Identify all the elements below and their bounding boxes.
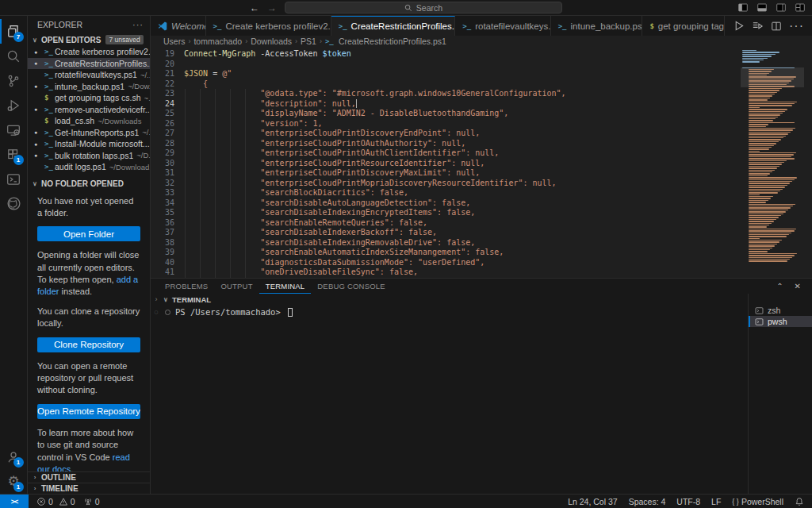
language-mode-status[interactable]: { }PowerShell <box>732 497 783 506</box>
run-below-icon[interactable] <box>752 20 764 32</box>
editor-more-actions-icon[interactable]: ··· <box>789 19 804 33</box>
github-icon <box>6 196 21 211</box>
minimap-line <box>749 200 768 201</box>
editor-tab[interactable]: $get grouping tags c <box>642 16 725 36</box>
panel-tab-output[interactable]: OUTPUT <box>214 279 259 294</box>
minimap-slider[interactable] <box>741 67 804 87</box>
open-editor-item[interactable]: ●$load_cs.sh~/Downloads <box>28 115 150 127</box>
toggle-secondary-sidebar-icon[interactable] <box>776 2 787 13</box>
accounts-button[interactable]: 1 <box>0 444 28 469</box>
open-editor-item[interactable]: ●>_Create kerberos profilev2... <box>28 46 150 58</box>
ports-status[interactable]: 0 <box>83 497 100 506</box>
code-line: 33 "searchBlockDiacritics": false, <box>151 188 741 198</box>
editor-tab[interactable]: >_intune_backup.ps1● <box>551 16 643 36</box>
terminal-view[interactable]: ∨ TERMINAL PS /Users/tommachado> <box>162 294 748 494</box>
remote-indicator[interactable]: >< <box>0 495 29 508</box>
line-number: 26 <box>151 119 174 129</box>
indentation-status[interactable]: Spaces: 4 <box>629 497 666 506</box>
open-editors-header[interactable]: ∨ OPEN EDITORS 7 unsaved <box>28 33 150 46</box>
timeline-section[interactable]: › TIMELINE <box>28 483 150 494</box>
notifications-bell[interactable] <box>795 497 804 506</box>
close-panel-icon[interactable]: ✕ <box>795 282 801 291</box>
open-editor-item[interactable]: ●>_CreateRestrictionProfiles.... <box>28 58 150 70</box>
code-text: "diagnosticsDataSubmissionMode": "userDe… <box>174 258 485 268</box>
minimap-line <box>749 198 771 198</box>
open-folder-button[interactable]: Open Folder <box>37 226 140 241</box>
no-folder-header[interactable]: ∨ NO FOLDER OPENED <box>28 178 150 190</box>
open-editor-item[interactable]: ●>_rotatefilevaultkeys.ps1~/... <box>28 69 150 81</box>
minimap-line <box>749 187 785 187</box>
source-control-activity-button[interactable] <box>0 68 28 93</box>
encoding-status[interactable]: UTF-8 <box>676 497 700 506</box>
minimap-line <box>749 118 776 119</box>
terminal-activity-button[interactable] <box>0 167 28 191</box>
minimap-line <box>749 204 795 205</box>
editor-tab[interactable]: >_rotatefilevaultkeys.ps1 <box>455 16 550 36</box>
minimap-line <box>749 190 780 191</box>
line-number: 20 <box>151 60 174 70</box>
github-activity-button[interactable] <box>0 191 28 216</box>
history-forward-icon[interactable]: → <box>267 2 277 13</box>
minimap-line <box>749 259 790 260</box>
settings-button[interactable]: ⚙ 1 <box>0 469 28 494</box>
minimap-line <box>749 207 791 208</box>
customize-layout-icon[interactable] <box>795 2 806 13</box>
minimap-line <box>749 175 768 176</box>
panel-tab-terminal[interactable]: TERMINAL <box>259 279 312 294</box>
command-center-search[interactable]: Search <box>285 2 562 13</box>
editor-tab[interactable]: >_CreateRestrictionProfiles.ps1● <box>331 16 456 36</box>
panel-tab-debug-console[interactable]: DEBUG CONSOLE <box>311 279 391 294</box>
minimap-line <box>749 171 772 172</box>
run-debug-activity-button[interactable] <box>0 93 28 117</box>
open-editor-item[interactable]: ●>_bulk rotation laps.ps1~/D... <box>28 150 150 162</box>
open-remote-repository-button[interactable]: Open Remote Repository <box>37 404 140 419</box>
shell-file-icon: $ <box>44 94 55 102</box>
run-file-icon[interactable] <box>733 20 745 32</box>
toggle-panel-icon[interactable] <box>756 2 768 13</box>
open-editor-name: Create kerberos profilev2... <box>55 47 150 56</box>
remote-explorer-activity-button[interactable] <box>0 117 28 142</box>
history-back-icon[interactable]: ← <box>250 2 259 13</box>
minimap[interactable] <box>741 47 804 278</box>
maximize-panel-icon[interactable]: ⌃ <box>776 282 783 291</box>
terminal-instance-item[interactable]: zsh <box>749 305 812 316</box>
breadcrumb[interactable]: Users›tommachado›Downloads›PS1›>_CreateR… <box>151 36 812 47</box>
code-text: "enterpriseCloudPrintDiscoveryEndPoint":… <box>174 129 480 139</box>
breadcrumb-item[interactable]: tommachado <box>193 37 242 46</box>
open-editor-item[interactable]: ●$get grouping tags cs.sh~... <box>28 92 150 104</box>
open-editor-item[interactable]: ●>_audit logs.ps1~/Download... <box>28 161 150 173</box>
explorer-activity-button[interactable]: 7 <box>0 19 28 44</box>
terminal-collapse-icon[interactable]: › <box>155 295 158 303</box>
editor-tab[interactable]: >_Create kerberos profilev2.ps1● <box>206 16 331 36</box>
code-editor[interactable]: 19Connect-MgGraph -AccessToken $token202… <box>151 47 812 278</box>
line-number: 37 <box>151 228 174 238</box>
terminal-instance-item[interactable]: pwsh <box>749 316 812 327</box>
minimap-line <box>742 54 776 55</box>
search-activity-button[interactable] <box>0 44 28 68</box>
eol-status[interactable]: LF <box>711 497 721 506</box>
minimap-line <box>749 257 792 258</box>
editor-scrollbar[interactable] <box>804 47 812 278</box>
open-editor-item[interactable]: ●>_intune_backup.ps1~/Dow... <box>28 81 150 93</box>
breadcrumb-file[interactable]: CreateRestrictionProfiles.ps1 <box>339 37 446 46</box>
editor-tab[interactable]: Welcome <box>151 16 206 36</box>
breadcrumb-item[interactable]: Downloads <box>251 37 292 46</box>
open-editor-item[interactable]: ●>_Get-IntuneReports.ps1~/... <box>28 127 150 139</box>
open-editor-item[interactable]: ●>_Install-Module microsoft.... <box>28 138 150 150</box>
panel-tab-problems[interactable]: PROBLEMS <box>159 279 214 294</box>
open-editor-item[interactable]: ●>_remove-unactivedevicefr... <box>28 104 150 116</box>
outline-section[interactable]: › OUTLINE <box>28 471 150 483</box>
split-editor-icon[interactable] <box>771 21 782 32</box>
toggle-primary-sidebar-icon[interactable] <box>737 2 749 13</box>
minimap-line <box>749 260 787 261</box>
clone-repository-button[interactable]: Clone Repository <box>37 337 140 352</box>
extensions-activity-button[interactable]: 1 <box>0 142 28 167</box>
minimap-line <box>749 179 795 180</box>
breadcrumb-item[interactable]: Users <box>163 37 185 46</box>
problems-status[interactable]: 0 0 <box>36 497 75 506</box>
breadcrumb-item[interactable]: PS1 <box>301 37 316 46</box>
tab-label: Create kerberos profilev2.ps1 <box>225 21 331 31</box>
cursor-position-status[interactable]: Ln 24, Col 37 <box>568 497 617 506</box>
sidebar-more-actions-icon[interactable]: ··· <box>132 20 144 29</box>
search-icon <box>6 49 21 64</box>
